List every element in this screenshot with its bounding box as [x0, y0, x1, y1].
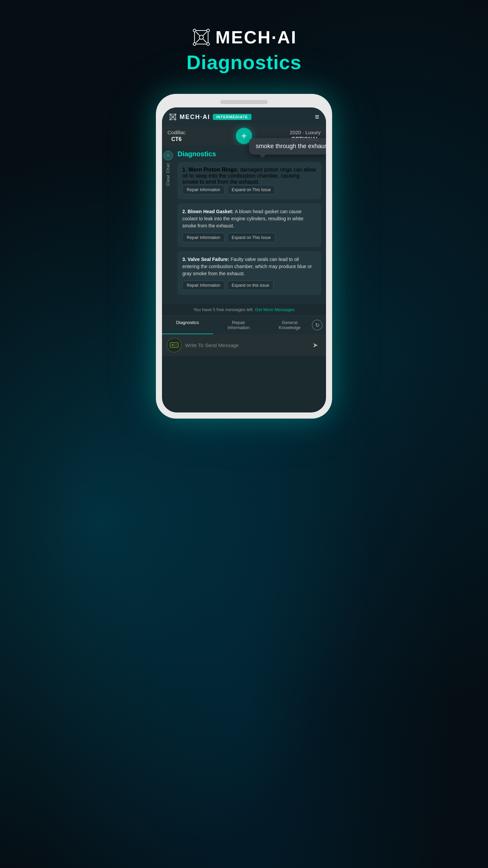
diag-card-1-partial: 1. Worn Piston Rings: damaged piston rin… — [178, 162, 321, 199]
phone-notch — [220, 100, 268, 104]
card-2-expand-btn[interactable]: Expand on This Issue — [227, 233, 275, 242]
in-app-logo: MECH·AI INTERMEDIATE — [169, 113, 251, 121]
svg-line-12 — [203, 39, 207, 43]
obd-icon — [167, 338, 182, 352]
diag-card-3: 3. Valve Seal Failure: Faulty valve seal… — [178, 251, 321, 295]
logo-area: MECH·AI Diagnostics — [186, 27, 302, 74]
card-1-expand-btn[interactable]: Expand on This Issue — [227, 185, 275, 195]
avatar-icon — [165, 153, 171, 158]
in-app-circuit-icon — [169, 113, 177, 121]
svg-line-23 — [174, 115, 175, 116]
card-2-buttons: Repair Information Expand on This Issue — [182, 233, 317, 242]
phone-frame: MECH·AI INTERMEDIATE ≡ Codillac CT6 + 20… — [156, 94, 332, 419]
tooltip-text: smoke through the exhaust — [256, 143, 326, 149]
messages-count-text: You have 5 free messages left. — [194, 307, 254, 312]
diag-card-2: 2. Blown Head Gasket: A blown head gaske… — [178, 203, 321, 247]
phone-wrapper: MECH·AI INTERMEDIATE ≡ Codillac CT6 + 20… — [156, 94, 332, 419]
vehicle-model: CT6 — [167, 136, 185, 143]
card-3-buttons: Repair Information Expand on this issue — [182, 281, 317, 290]
app-header: MECH·AI INTERMEDIATE ≡ — [162, 107, 326, 126]
card-3-expand-btn[interactable]: Expand on this issue — [227, 281, 274, 290]
chat-content: Diagnostics 1. Worn Piston Rings: damage… — [174, 145, 326, 304]
svg-line-10 — [203, 32, 207, 36]
app-logo-text: MECH·AI — [191, 27, 297, 47]
hamburger-menu[interactable]: ≡ — [315, 113, 319, 121]
svg-line-11 — [196, 39, 200, 43]
phone-screen: MECH·AI INTERMEDIATE ≡ Codillac CT6 + 20… — [162, 107, 326, 412]
svg-point-2 — [193, 43, 196, 45]
clear-chat-label[interactable]: Clear Chat — [166, 163, 170, 186]
card-1-number: 1. Worn Piston Rings: — [182, 167, 240, 173]
svg-point-4 — [199, 35, 203, 39]
card-1-repair-btn[interactable]: Repair Information — [182, 185, 225, 195]
card-3-text: 3. Valve Seal Failure: Faulty valve seal… — [182, 256, 317, 277]
svg-point-3 — [207, 43, 209, 45]
tab-diagnostics[interactable]: Diagnostics — [162, 316, 213, 334]
page-content: MECH·AI Diagnostics — [0, 0, 488, 419]
in-app-name: MECH·AI — [180, 114, 210, 121]
svg-rect-30 — [174, 344, 176, 346]
svg-point-15 — [170, 119, 171, 120]
page-title: Diagnostics — [186, 51, 302, 74]
vehicle-make: Codillac — [167, 129, 185, 135]
svg-point-0 — [193, 29, 196, 32]
card-2-text: 2. Blown Head Gasket: A blown head gaske… — [182, 208, 317, 229]
clear-chat-avatar — [163, 151, 173, 160]
vehicle-left: Codillac CT6 — [167, 129, 185, 143]
tooltip-bubble: smoke through the exhaust — [249, 138, 326, 155]
circuit-icon — [191, 27, 211, 47]
refresh-icon: ↻ — [315, 322, 320, 328]
svg-point-16 — [175, 119, 176, 120]
get-more-messages-link[interactable]: Get More Messages — [255, 307, 294, 312]
card-1-text: 1. Worn Piston Rings: damaged piston rin… — [182, 167, 317, 185]
card-2-repair-btn[interactable]: Repair Information — [182, 233, 225, 242]
message-input[interactable]: Write To Send Message — [185, 342, 306, 348]
svg-point-13 — [170, 114, 171, 115]
chat-section: smoke through the exhaust Clear Chat — [162, 145, 326, 304]
obd-graphic — [169, 341, 179, 349]
send-icon: ➤ — [312, 341, 318, 349]
svg-line-22 — [171, 115, 172, 116]
tab-repair-info[interactable]: RepairInformation — [213, 316, 264, 334]
card-3-bold: 3. Valve Seal Failure: — [182, 257, 230, 262]
input-bar: Write To Send Message ➤ — [162, 334, 326, 356]
tab-bar: Diagnostics RepairInformation GeneralKno… — [162, 316, 326, 334]
card-3-repair-btn[interactable]: Repair Information — [182, 281, 225, 290]
svg-point-17 — [172, 116, 174, 118]
svg-line-9 — [196, 32, 200, 36]
svg-line-25 — [174, 118, 175, 119]
app-name-text: MECH·AI — [216, 27, 297, 47]
card-1-buttons: Repair Information Expand on This Issue — [182, 185, 317, 195]
svg-point-26 — [167, 154, 169, 156]
refresh-button[interactable]: ↻ — [312, 320, 323, 330]
svg-line-24 — [171, 118, 172, 119]
clear-chat-sidebar: Clear Chat — [162, 145, 174, 304]
svg-point-14 — [175, 114, 176, 115]
level-badge: INTERMEDIATE — [213, 114, 251, 120]
vehicle-year: 2020 · Luxury — [290, 129, 321, 135]
input-placeholder: Write To Send Message — [185, 342, 239, 348]
svg-point-29 — [172, 345, 173, 346]
messages-footer: You have 5 free messages left. Get More … — [162, 304, 326, 316]
send-button[interactable]: ➤ — [309, 339, 321, 351]
card-2-bold: 2. Blown Head Gasket: — [182, 209, 235, 214]
svg-point-1 — [207, 29, 209, 32]
